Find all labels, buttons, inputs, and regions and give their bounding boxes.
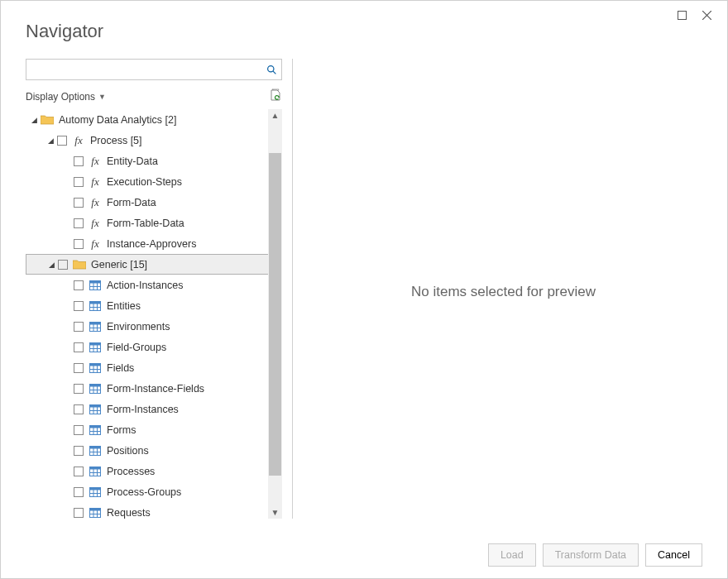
checkbox[interactable] [74, 280, 84, 290]
tree-item-label: Positions [107, 445, 149, 457]
table-icon [89, 467, 102, 476]
tree-scrollbar[interactable]: ▲ ▼ [268, 109, 282, 519]
tree-item-label: Process [5] [90, 135, 142, 146]
svg-rect-46 [90, 446, 101, 448]
tree-item-label: Field-Groups [107, 342, 166, 353]
checkbox[interactable] [74, 156, 84, 166]
table-icon [89, 280, 102, 290]
table-icon [89, 404, 102, 414]
checkbox[interactable] [74, 467, 84, 476]
checkbox[interactable] [57, 136, 67, 146]
preview-panel: No items selected for preview [304, 59, 702, 519]
cancel-button[interactable]: Cancel [645, 543, 702, 567]
folder-icon [73, 259, 86, 270]
checkbox[interactable] [74, 425, 84, 435]
tree-item-label: Form-Instances [107, 404, 179, 415]
tree-folder-item[interactable]: ◢Generic [15] [26, 254, 268, 275]
svg-rect-6 [90, 280, 101, 283]
checkbox[interactable] [74, 487, 84, 497]
tree-leaf-item[interactable]: ▶Processes [26, 461, 268, 481]
checkbox[interactable] [74, 239, 84, 249]
transform-data-button[interactable]: Transform Data [543, 543, 639, 567]
preview-empty-message: No items selected for preview [411, 284, 596, 300]
display-options-dropdown[interactable]: Display Options ▼ [26, 91, 106, 103]
svg-point-3 [267, 65, 273, 71]
svg-rect-56 [90, 487, 101, 490]
checkbox[interactable] [58, 260, 68, 270]
scroll-up-arrow[interactable]: ▲ [271, 111, 280, 120]
tree-leaf-item[interactable]: ▶Fields [26, 357, 268, 378]
tree-leaf-item[interactable]: ▶Entities [26, 295, 268, 316]
svg-rect-41 [90, 425, 101, 428]
table-icon [89, 425, 102, 435]
table-icon [89, 508, 102, 518]
expander-icon[interactable]: ◢ [29, 116, 39, 124]
fx-icon: fx [89, 155, 102, 168]
svg-rect-31 [90, 384, 101, 386]
tree-leaf-item[interactable]: ▶Positions [26, 440, 268, 461]
svg-rect-36 [90, 404, 101, 407]
tree-item-label: Forms [107, 424, 136, 436]
refresh-button[interactable] [269, 89, 282, 104]
checkbox[interactable] [74, 446, 84, 456]
scroll-down-arrow[interactable]: ▼ [271, 508, 280, 517]
tree-leaf-item[interactable]: ▶Action-Instances [26, 275, 268, 295]
fx-icon: fx [89, 217, 102, 230]
expander-icon[interactable]: ◢ [46, 261, 56, 269]
checkbox[interactable] [74, 342, 84, 352]
navigator-tree: ◢Automy Data Analytics [2]◢fxProcess [5]… [26, 109, 268, 519]
svg-rect-11 [90, 301, 101, 304]
tree-item-label: Processes [107, 466, 155, 477]
navigator-left-panel: Display Options ▼ ◢Automy Data Analytics… [26, 59, 282, 519]
tree-folder-item[interactable]: ◢fxProcess [5] [26, 130, 268, 151]
tree-leaf-item[interactable]: ▶Environments [26, 316, 268, 337]
fx-folder-icon: fx [72, 134, 85, 147]
tree-leaf-item[interactable]: ▶fxForm-Table-Data [26, 213, 268, 233]
scrollbar-thumb[interactable] [269, 153, 281, 476]
checkbox[interactable] [74, 384, 84, 394]
page-title: Navigator [1, 1, 727, 59]
tree-leaf-item[interactable]: ▶Field-Groups [26, 337, 268, 357]
table-icon [89, 301, 102, 311]
checkbox[interactable] [74, 177, 84, 187]
tree-item-label: Form-Instance-Fields [107, 383, 204, 395]
tree-leaf-item[interactable]: ▶Requests [26, 502, 268, 519]
checkbox[interactable] [74, 404, 84, 414]
checkbox[interactable] [74, 198, 84, 208]
tree-item-label: Form-Table-Data [107, 218, 184, 229]
expander-icon[interactable]: ◢ [46, 136, 55, 145]
tree-item-label: Requests [107, 507, 151, 519]
tree-leaf-item[interactable]: ▶Form-Instance-Fields [26, 378, 268, 399]
tree-root-item[interactable]: ◢Automy Data Analytics [2] [26, 109, 268, 130]
svg-rect-21 [90, 342, 101, 345]
tree-item-label: Entity-Data [107, 156, 158, 167]
checkbox[interactable] [74, 322, 84, 332]
checkbox[interactable] [74, 301, 84, 311]
tree-item-label: Entities [107, 300, 141, 312]
checkbox[interactable] [74, 508, 84, 518]
load-button[interactable]: Load [488, 543, 536, 567]
table-icon [89, 384, 102, 394]
svg-rect-61 [90, 508, 101, 510]
svg-rect-26 [90, 363, 101, 366]
search-input[interactable] [26, 60, 261, 79]
tree-leaf-item[interactable]: ▶Form-Instances [26, 399, 268, 419]
tree-item-label: Action-Instances [107, 280, 183, 291]
tree-leaf-item[interactable]: ▶Forms [26, 419, 268, 440]
tree-leaf-item[interactable]: ▶fxEntity-Data [26, 151, 268, 171]
table-icon [89, 446, 102, 456]
close-button[interactable] [694, 4, 719, 26]
checkbox[interactable] [74, 363, 84, 373]
tree-leaf-item[interactable]: ▶fxInstance-Approvers [26, 233, 268, 254]
tree-leaf-item[interactable]: ▶fxForm-Data [26, 192, 268, 213]
tree-item-label: Instance-Approvers [107, 238, 196, 250]
checkbox[interactable] [74, 218, 84, 228]
tree-item-label: Fields [107, 362, 134, 374]
tree-item-label: Generic [15] [91, 259, 147, 270]
chevron-down-icon: ▼ [98, 93, 106, 101]
search-icon[interactable] [261, 60, 281, 79]
tree-leaf-item[interactable]: ▶fxExecution-Steps [26, 171, 268, 192]
maximize-button[interactable] [669, 4, 694, 26]
tree-item-label: Form-Data [107, 197, 156, 208]
tree-leaf-item[interactable]: ▶Process-Groups [26, 481, 268, 502]
